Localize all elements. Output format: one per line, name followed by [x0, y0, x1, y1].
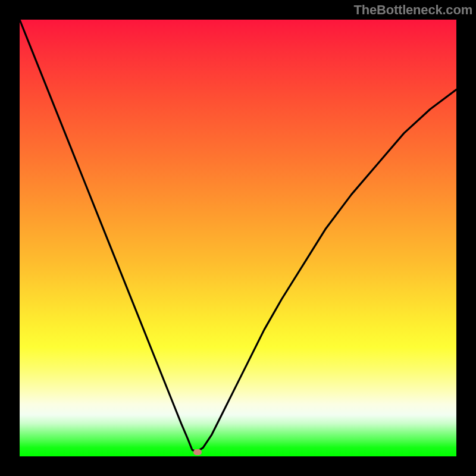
plot-area — [20, 20, 456, 456]
bottleneck-curve-path — [20, 20, 456, 452]
chart-frame: TheBottleneck.com — [0, 0, 476, 476]
watermark-text: TheBottleneck.com — [353, 2, 472, 18]
optimum-marker — [193, 449, 202, 455]
curve-svg — [20, 20, 456, 456]
